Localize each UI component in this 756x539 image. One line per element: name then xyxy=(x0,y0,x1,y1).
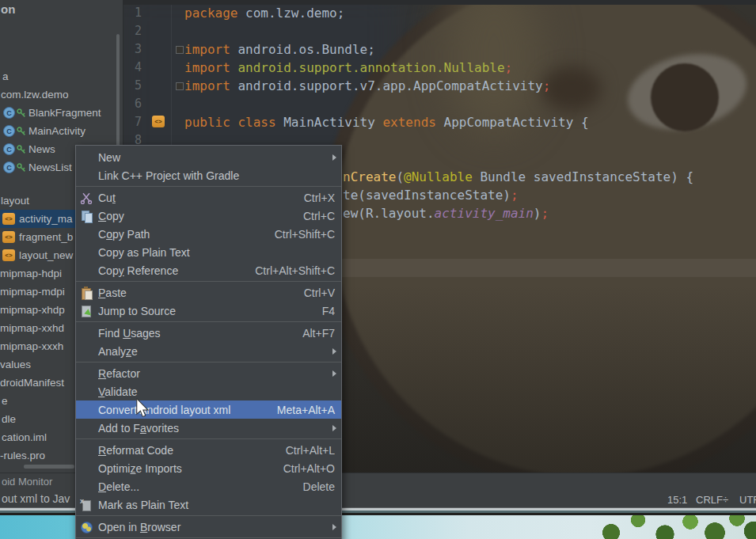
code-token: com.lzw.demo; xyxy=(245,6,344,21)
code-line: import android.support.annotation.Nullab… xyxy=(184,59,512,77)
line-number: 3 xyxy=(123,40,142,59)
jump-to-source-icon xyxy=(80,305,93,317)
menu-item-paste[interactable]: Paste Ctrl+V xyxy=(76,283,341,302)
tree-item-label: NewsList xyxy=(28,161,72,173)
menu-shortcut: Meta+Alt+A xyxy=(261,404,335,416)
code-token: Bundle savedInstanceState) { xyxy=(473,169,693,184)
line-number: 5 xyxy=(123,77,142,95)
tree-item-label: BlankFragment xyxy=(28,107,101,119)
menu-item-copy[interactable]: Copy Ctrl+C xyxy=(76,207,341,225)
tree-item-label: e xyxy=(2,395,8,407)
paste-icon xyxy=(80,287,93,299)
menu-item-delete[interactable]: Delete... Delete xyxy=(76,477,341,495)
mouse-cursor xyxy=(135,398,150,419)
menu-item-reformat-code[interactable]: Reformat Code Ctrl+Alt+L xyxy=(76,441,341,459)
code-token: public class xyxy=(184,115,283,130)
editor-top-strip xyxy=(123,0,756,5)
menu-shortcut: Ctrl+Alt+L xyxy=(270,444,335,457)
tree-item-label: com.lzw.demo xyxy=(1,89,69,101)
menu-item-mark-as-plain-text[interactable]: Mark as Plain Text xyxy=(76,495,341,514)
menu-item-analyze[interactable]: Analyze xyxy=(76,342,341,360)
code-token: android.support.annotation.Nullable xyxy=(237,60,504,75)
tree-item-label: cation.iml xyxy=(2,431,47,443)
menu-item-copy-path[interactable]: Copy Path Ctrl+Shift+C xyxy=(76,225,341,243)
code-token: import xyxy=(184,60,237,75)
menu-item-find-usages[interactable]: Find Usages Alt+F7 xyxy=(76,324,341,342)
submenu-arrow-icon xyxy=(332,370,336,377)
menu-item-link-cpp-project[interactable]: Link C++ Project with Gradle xyxy=(76,166,341,184)
background-smiley-pupil xyxy=(651,63,719,131)
menu-separator xyxy=(76,438,341,439)
line-separator-widget[interactable]: CRLF÷ xyxy=(696,494,728,506)
code-token: MainActivity xyxy=(283,115,382,130)
tree-item[interactable]: a xyxy=(0,67,123,85)
menu-separator xyxy=(76,537,341,538)
code-token: ; xyxy=(541,206,549,221)
code-token: @Nullable xyxy=(404,169,473,184)
line-number: 4 xyxy=(123,59,142,77)
menu-shortcut: Ctrl+Alt+O xyxy=(268,462,335,475)
android-monitor-tab-fragment[interactable]: oid Monitor xyxy=(2,476,52,488)
code-token: ( xyxy=(396,169,404,184)
status-bar-message-fragment: out xml to Jav xyxy=(2,492,70,505)
code-token: nCreate xyxy=(343,169,396,184)
menu-shortcut: Delete xyxy=(287,480,335,493)
encoding-widget[interactable]: UTF-8 xyxy=(739,494,756,506)
code-line: import android.os.Bundle; xyxy=(184,40,375,59)
menu-item-validate[interactable]: Validate xyxy=(76,382,341,400)
tree-item-label: a xyxy=(2,70,9,82)
tree-item-label: mipmap-xxhd xyxy=(0,322,64,334)
code-token: AppCompatActivity { xyxy=(444,115,589,130)
globe-icon xyxy=(80,521,93,533)
code-token: ; xyxy=(511,188,519,203)
tree-item-class-mainactivity[interactable]: MainActivity xyxy=(0,122,123,140)
line-number: 2 xyxy=(123,22,142,40)
menu-item-optimize-imports[interactable]: Optimize Imports Ctrl+Alt+O xyxy=(76,459,341,477)
tree-item-label: droidManifest xyxy=(0,377,64,389)
menu-item-copy-as-plain-text[interactable]: Copy as Plain Text xyxy=(76,243,341,261)
menu-item-new[interactable]: New xyxy=(76,148,341,166)
menu-item-jump-to-source[interactable]: Jump to Source F4 xyxy=(76,302,341,320)
key-icon xyxy=(17,108,26,118)
menu-item-refactor[interactable]: Refactor xyxy=(76,364,341,382)
menu-shortcut: Ctrl+X xyxy=(288,192,335,204)
mark-plain-text-icon xyxy=(80,499,93,511)
line-number: 7 xyxy=(123,113,142,131)
xml-file-icon xyxy=(2,249,15,261)
submenu-arrow-icon xyxy=(332,154,336,161)
fold-marker[interactable] xyxy=(176,82,184,90)
menu-separator xyxy=(76,186,341,187)
fold-marker[interactable] xyxy=(176,46,184,54)
code-line: package com.lzw.demo; xyxy=(184,4,344,22)
menu-separator xyxy=(76,281,341,282)
key-icon xyxy=(17,145,26,154)
menu-shortcut: F4 xyxy=(306,305,335,317)
menu-item-copy-reference[interactable]: Copy Reference Ctrl+Alt+Shift+C xyxy=(76,261,341,279)
tree-item-label: mipmap-xhdp xyxy=(0,304,65,316)
project-panel-horizontal-scrollbar[interactable] xyxy=(24,465,74,469)
code-line-fragment: ew(R.layout.activity_main); xyxy=(343,204,549,222)
related-xml-file-gutter-icon[interactable] xyxy=(152,116,165,127)
caret-position-widget[interactable]: 15:1 xyxy=(667,494,687,506)
tree-item-label: -rules.pro xyxy=(0,450,45,461)
submenu-arrow-icon xyxy=(332,425,336,431)
tree-item-package[interactable]: com.lzw.demo xyxy=(0,85,123,104)
menu-item-convert-android-layout-xml[interactable]: Convert Android layout xml Meta+Alt+A xyxy=(76,400,341,419)
code-token: import xyxy=(184,42,237,57)
tree-item-label: mipmap-xxxh xyxy=(0,340,63,352)
tree-item-label: layout_new xyxy=(19,249,73,261)
menu-separator xyxy=(76,362,341,362)
code-token: android.os.Bundle; xyxy=(237,42,374,57)
code-token: package xyxy=(184,6,245,21)
key-icon xyxy=(17,127,26,136)
code-token: ; xyxy=(543,78,551,93)
class-icon xyxy=(3,125,15,137)
project-panel-header-fragment: on xyxy=(1,2,15,16)
menu-item-open-in-browser[interactable]: Open in Browser xyxy=(76,518,341,536)
tree-item-label: dle xyxy=(2,413,16,425)
tree-item-label: fragment_b xyxy=(19,231,73,243)
menu-item-add-to-favorites[interactable]: Add to Favorites xyxy=(76,419,341,437)
code-line-fragment: nCreate(@Nullable Bundle savedInstanceSt… xyxy=(343,168,693,186)
tree-item-class-blankfragment[interactable]: BlankFragment xyxy=(0,104,123,122)
menu-item-cut[interactable]: Cut Ctrl+X xyxy=(76,188,341,207)
